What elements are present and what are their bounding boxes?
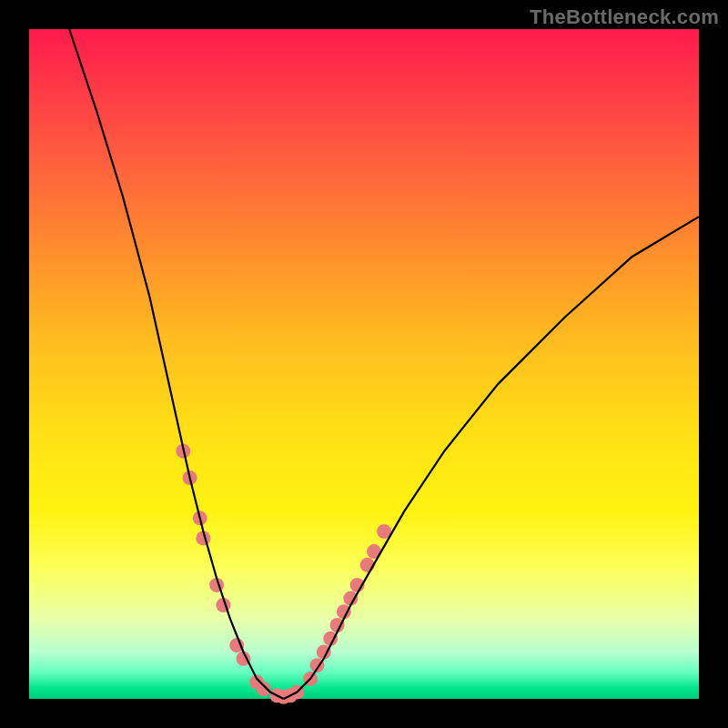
left-branch-curve [69, 29, 284, 699]
curve-svg [29, 29, 699, 699]
watermark-text: TheBottleneck.com [530, 5, 719, 29]
plot-area [29, 29, 699, 699]
chart-frame: TheBottleneck.com [0, 0, 728, 728]
right-branch-curve [284, 217, 699, 699]
marker-dot [257, 682, 271, 696]
marker-group [176, 444, 391, 704]
